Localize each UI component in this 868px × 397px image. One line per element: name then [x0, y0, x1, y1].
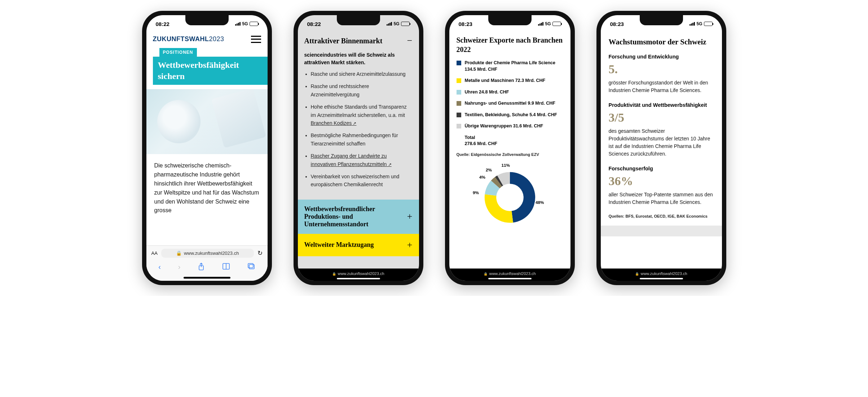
stat-number: 3/5	[609, 111, 714, 125]
status-time: 08:22	[307, 21, 321, 27]
list-item: Rasche und sichere Arzneimittelzulassung	[311, 70, 410, 78]
stat-block: Produktivität und Wettbewerbsfähigkeit 3…	[601, 102, 722, 166]
signal-icon	[689, 22, 695, 26]
legend-swatch	[457, 113, 461, 117]
list-item: Hohe ethische Standards und Transparenz …	[311, 103, 410, 127]
battery-icon	[552, 22, 561, 26]
safari-mini-toolbar[interactable]: 🔒www.zukunftswahl2023.ch	[601, 269, 722, 281]
battery-icon	[704, 22, 713, 26]
text-size-button[interactable]: AA	[151, 250, 158, 256]
notch	[488, 15, 532, 25]
phone-mockup-4: 08:23 5G Wachstumsmotor der Schweiz Fors…	[596, 11, 726, 285]
status-time: 08:23	[610, 21, 624, 27]
legend-item: Uhren 24.8 Mrd. CHF	[457, 89, 563, 96]
home-indicator[interactable]	[184, 277, 230, 279]
list-item: Rascher Zugang der Landwirte zu innovati…	[311, 152, 410, 168]
stat-number: 36%	[609, 174, 714, 188]
lock-icon: 🔒	[484, 272, 488, 276]
accordion-title: Attraktiver Binnenmarkt	[304, 37, 383, 45]
battery-icon	[401, 22, 410, 26]
expand-icon: +	[407, 240, 413, 250]
safari-mini-toolbar[interactable]: 🔒www.zukunftswahl2023.ch	[449, 269, 570, 281]
stat-description: aller Schweizer Top-Patente stammen aus …	[609, 191, 714, 206]
network-label: 5G	[545, 21, 551, 26]
accordion-title: Wettbewerbsfreundlicher Produktions- und…	[304, 205, 396, 228]
status-time: 08:23	[459, 21, 472, 27]
legend-swatch	[457, 61, 461, 65]
home-indicator[interactable]	[640, 278, 683, 279]
network-label: 5G	[393, 21, 399, 26]
signal-icon	[235, 22, 241, 26]
menu-button[interactable]	[251, 36, 261, 43]
stat-description: des gesamten Schweizer Produktivitätswac…	[609, 127, 714, 158]
legend-item: Metalle und Maschinen 72.3 Mrd. CHF	[457, 78, 563, 84]
forward-button[interactable]: ›	[178, 263, 181, 272]
donut-chart: 48% 11% 2% 4% 9%	[449, 160, 570, 227]
legend-swatch	[457, 124, 461, 128]
signal-icon	[538, 22, 543, 26]
legend-item: Nahrungs- und Genussmittel 9.9 Mrd. CHF	[457, 100, 563, 107]
signal-icon	[387, 22, 392, 26]
slice-label: 9%	[473, 190, 479, 195]
network-label: 5G	[696, 21, 702, 26]
chart-title: Schweizer Exporte nach Branchen 2022	[449, 30, 570, 60]
phone-mockup-3: 08:23 5G Schweizer Exporte nach Branchen…	[445, 11, 575, 285]
expand-icon: +	[407, 211, 413, 222]
accordion-header-yellow[interactable]: Weltweiter Marktzugang +	[298, 234, 419, 256]
lock-icon: 🔒	[332, 272, 336, 276]
legend-item: Übrige Warengruppen 31.6 Mrd. CHF	[457, 123, 563, 130]
hero-image	[146, 89, 268, 154]
accordion-header-teal[interactable]: Wettbewerbsfreundlicher Produktions- und…	[298, 200, 419, 234]
bookmarks-button[interactable]	[222, 263, 230, 272]
stat-description: grösster Forschungsstandort der Welt in …	[609, 79, 714, 94]
slice-label: 2%	[486, 167, 492, 172]
network-label: 5G	[242, 21, 248, 26]
page-headline: Wettbewerbsfähigkeit sichern	[153, 57, 268, 85]
legend-total: Total 278.6 Mrd. CHF	[465, 135, 563, 147]
stat-block: Forschung und Entwicklung 5. grösster Fo…	[601, 54, 722, 102]
tabs-button[interactable]	[247, 263, 255, 272]
site-logo[interactable]: ZUKUNFTSWAHL2023	[153, 35, 224, 43]
legend-swatch	[457, 78, 461, 83]
stat-label: Forschung und Entwicklung	[609, 54, 714, 60]
reload-button[interactable]: ↻	[257, 249, 263, 257]
status-time: 08:22	[156, 21, 169, 27]
safari-toolbar: AA 🔒 www.zukunftswahl2023.ch ↻ ‹ ›	[146, 245, 268, 281]
battery-icon	[250, 22, 258, 26]
accordion-header-open[interactable]: Attraktiver Binnenmarkt −	[298, 30, 419, 51]
url-text: www.zukunftswahl2023.ch	[184, 250, 239, 256]
link-branchen-kodizes[interactable]: Branchen Kodizes	[311, 120, 357, 126]
legend-item: Produkte der Chemie Pharma Life Science …	[457, 60, 563, 73]
list-item: Bestmögliche Rahmenbedingungen für Tiera…	[311, 131, 410, 148]
address-bar[interactable]: 🔒 www.zukunftswahl2023.ch	[161, 249, 254, 258]
link-pflanzenschutz[interactable]: Rascher Zugang der Landwirte zu innovati…	[311, 153, 392, 167]
home-indicator[interactable]	[337, 278, 380, 279]
section-title: Wachstumsmotor der Schweiz	[601, 30, 722, 54]
accordion-title: Weltweiter Marktzugang	[304, 241, 374, 249]
chart-legend: Produkte der Chemie Pharma Life Science …	[449, 60, 570, 147]
home-indicator[interactable]	[488, 278, 532, 279]
stat-label: Produktivität und Wettbewerbsfähigkeit	[609, 102, 714, 108]
chart-source: Quelle: Eidgenössische Zollverwaltung EZ…	[449, 151, 570, 160]
legend-item: Textilien, Bekleidung, Schuhe 5.4 Mrd. C…	[457, 112, 563, 118]
url-text: www.zukunftswahl2023.ch	[640, 271, 687, 276]
category-tag[interactable]: POSITIONEN	[159, 48, 197, 57]
svg-rect-3	[249, 265, 254, 269]
lock-icon: 🔒	[176, 250, 182, 256]
accordion-intro: scienceindustries will die Schweiz als a…	[298, 51, 419, 70]
bullet-list: Rasche und sichere Arzneimittelzulassung…	[298, 70, 419, 200]
stat-block: Forschungserfolg 36% aller Schweizer Top…	[601, 166, 722, 214]
phone-mockup-2: 08:22 5G Attraktiver Binnenmarkt − scien…	[294, 11, 423, 285]
lock-icon: 🔒	[635, 272, 639, 276]
safari-mini-toolbar[interactable]: 🔒www.zukunftswahl2023.ch	[298, 269, 419, 281]
section-divider	[601, 226, 722, 236]
url-text: www.zukunftswahl2023.ch	[338, 271, 384, 276]
legend-swatch	[457, 90, 461, 95]
sources-line: Quellen: BFS, Eurostat, OECD, IGE, BAK E…	[601, 214, 722, 226]
back-button[interactable]: ‹	[158, 263, 161, 272]
stat-number: 5.	[609, 62, 714, 76]
notch	[640, 15, 683, 25]
url-text: www.zukunftswahl2023.ch	[489, 271, 536, 276]
svg-rect-4	[248, 263, 253, 268]
share-button[interactable]	[198, 263, 205, 272]
